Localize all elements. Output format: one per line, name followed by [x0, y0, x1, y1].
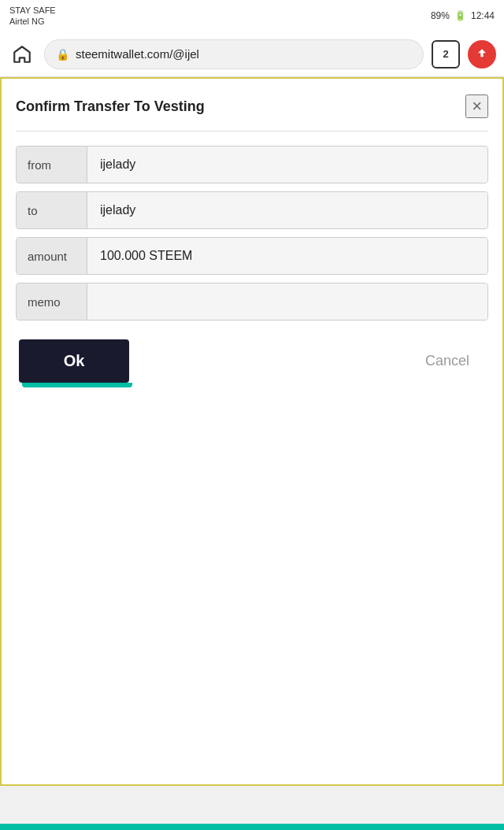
memo-label: memo — [17, 283, 87, 320]
to-label: to — [17, 192, 87, 228]
home-icon — [12, 44, 32, 65]
confirm-transfer-modal: Confirm Transfer To Vesting × from ijela… — [2, 79, 502, 405]
amount-field-row: amount 100.000 STEEM — [16, 237, 488, 275]
carrier-line2: Airtel NG — [9, 16, 56, 27]
to-value: ijelady — [87, 192, 487, 228]
lock-icon: 🔒 — [56, 48, 69, 61]
header-divider — [16, 131, 488, 132]
upload-button[interactable] — [468, 40, 496, 69]
clock: 12:44 — [471, 10, 495, 21]
to-field-row: to ijelady — [16, 191, 488, 229]
cancel-button[interactable]: Cancel — [410, 345, 485, 377]
modal-header: Confirm Transfer To Vesting × — [16, 94, 488, 118]
bottom-accent-bar — [0, 824, 504, 830]
amount-value: 100.000 STEEM — [87, 238, 487, 274]
battery-level: 89% — [431, 10, 450, 21]
from-field-row: from ijelady — [16, 146, 488, 183]
modal-title: Confirm Transfer To Vesting — [16, 98, 205, 115]
status-bar: STAY SAFE Airtel NG 89% 🔋 12:44 — [0, 0, 504, 31]
browser-bar: 🔒 steemitwallet.com/@ijel 2 — [0, 31, 504, 77]
url-bar[interactable]: 🔒 steemitwallet.com/@ijel — [44, 39, 424, 69]
upload-icon — [474, 46, 490, 62]
status-right: 89% 🔋 12:44 — [431, 10, 495, 21]
tab-count: 2 — [443, 48, 448, 60]
content-area: Confirm Transfer To Vesting × from ijela… — [0, 77, 504, 786]
carrier-info: STAY SAFE Airtel NG — [9, 5, 56, 28]
from-label: from — [17, 146, 87, 183]
memo-input[interactable] — [87, 283, 487, 320]
battery-icon: 🔋 — [454, 10, 466, 21]
amount-label: amount — [17, 238, 87, 274]
memo-field-row: memo — [16, 283, 488, 321]
home-button[interactable] — [8, 40, 36, 69]
tab-switcher-button[interactable]: 2 — [432, 40, 460, 69]
carrier-line1: STAY SAFE — [9, 5, 56, 16]
ok-button[interactable]: Ok — [19, 339, 129, 383]
close-button[interactable]: × — [465, 94, 488, 118]
buttons-row: Ok Cancel — [16, 339, 488, 383]
from-value: ijelady — [87, 146, 487, 183]
url-text: steemitwallet.com/@ijel — [76, 47, 199, 61]
